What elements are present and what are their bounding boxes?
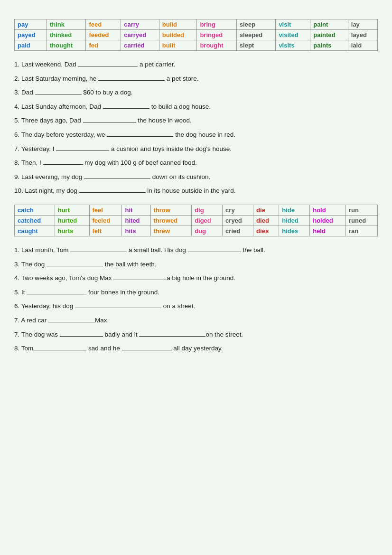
table1-cell: payed	[15, 30, 47, 40]
sentence: 4. Two weeks ago, Tom's dog Max a big ho…	[14, 273, 378, 283]
table1-cell: carried	[121, 40, 159, 51]
answer-blank[interactable]	[78, 60, 138, 66]
sentence: 9. Last evening, my dog down on its cush…	[14, 172, 378, 182]
answer-blank[interactable]	[122, 344, 172, 350]
table2-cell: hited	[122, 215, 150, 226]
table1-cell: carry	[121, 19, 159, 30]
table2-cell: hide	[279, 205, 310, 215]
answer-blank[interactable]	[27, 288, 86, 294]
table2-cell: hold	[310, 205, 346, 215]
sentences-section-2: 1. Last month, Tom a small ball. His dog…	[14, 245, 378, 354]
table1-cell: paid	[15, 40, 47, 51]
table1-cell: visited	[276, 30, 310, 40]
sentence: 5. Three days ago, Dad the house in wood…	[14, 115, 378, 126]
answer-blank[interactable]	[188, 245, 241, 252]
sentence: 7. A red car Max.	[14, 315, 378, 326]
sentence: 4. Last Sunday afternoon, Dad to build a…	[14, 102, 378, 112]
table1-cell: bring	[197, 19, 236, 30]
table2-cell: hits	[122, 226, 150, 236]
table2-cell: catched	[15, 215, 55, 226]
table2-cell: threw	[150, 226, 192, 236]
table2-cell: dug	[192, 226, 223, 236]
table2-cell: feel	[89, 205, 122, 215]
answer-blank[interactable]	[70, 245, 127, 252]
table1-cell: build	[159, 19, 197, 30]
table1-cell: visits	[276, 40, 310, 51]
table2-cell: hurts	[55, 226, 89, 236]
answer-blank[interactable]	[60, 330, 103, 337]
sentence: 8. Tom sad and he all day yesterday.	[14, 343, 378, 354]
table2-cell: cried	[223, 226, 253, 236]
sentence: 8. Then, I my dog with 100 g of beef can…	[14, 158, 378, 168]
answer-blank[interactable]	[48, 316, 95, 322]
sentence: 6. The day before yesterday, we the dog …	[14, 130, 378, 140]
table2-cell: died	[253, 215, 279, 226]
table1-cell: lay	[348, 19, 377, 30]
sentence: 1. Last weekend, Dad a pet carrier.	[14, 59, 378, 70]
table1-cell: thinked	[47, 30, 85, 40]
answer-blank[interactable]	[56, 144, 109, 151]
sentence: 5. It four bones in the ground.	[14, 287, 378, 298]
table2-cell: held	[310, 226, 346, 236]
table1-cell: pay	[15, 19, 47, 30]
table2-cell: dig	[192, 205, 223, 215]
answer-blank[interactable]	[98, 74, 165, 81]
sentence: 2. Last Saturday morning, he a pet store…	[14, 74, 378, 84]
answer-blank[interactable]	[75, 301, 161, 308]
verb-table-1: paythinkfeedcarrybuildbringsleepvisitpai…	[14, 19, 378, 51]
sentence: 7. The dog was badly and it on the stree…	[14, 329, 378, 340]
table2-cell: hides	[279, 226, 310, 236]
sentence: 6. Yesterday, his dog on a street.	[14, 301, 378, 311]
answer-blank[interactable]	[84, 172, 150, 179]
table2-cell: hided	[279, 215, 310, 226]
table1-cell: brought	[197, 40, 236, 51]
answer-blank[interactable]	[113, 273, 167, 280]
answer-blank[interactable]	[79, 186, 146, 193]
answer-blank[interactable]	[107, 130, 173, 137]
sentence: 3. The dog the ball with teeth.	[14, 259, 378, 270]
answer-blank[interactable]	[139, 330, 205, 337]
sentence: 10. Last night, my dog in its house outs…	[14, 186, 378, 196]
table2-cell: hurted	[55, 215, 89, 226]
sentence: 3. Dad $60 to buy a dog.	[14, 87, 378, 98]
table1-cell: feed	[86, 19, 121, 30]
table2-cell: hit	[122, 205, 150, 215]
table1-cell: bringed	[197, 30, 236, 40]
table2-cell: throwed	[150, 215, 192, 226]
sentence: 7. Yesterday, I a cushion and toys insid…	[14, 144, 378, 154]
answer-blank[interactable]	[103, 102, 149, 109]
table2-cell: ran	[345, 226, 377, 236]
table1-cell: carryed	[121, 30, 159, 40]
table1-cell: feeded	[86, 30, 121, 40]
table2-cell: cry	[223, 205, 253, 215]
table1-cell: visit	[276, 19, 310, 30]
sentences-section-1: 1. Last weekend, Dad a pet carrier.2. La…	[14, 59, 378, 196]
table1-cell: sleeped	[236, 30, 276, 40]
sentence: 1. Last month, Tom a small ball. His dog…	[14, 245, 378, 255]
verb-table-2: catchhurtfeelhitthrowdigcrydiehideholdru…	[14, 205, 378, 236]
answer-blank[interactable]	[33, 344, 86, 350]
table2-cell: die	[253, 205, 279, 215]
table2-cell: cryed	[223, 215, 253, 226]
answer-blank[interactable]	[83, 116, 136, 122]
table1-cell: fed	[86, 40, 121, 51]
table2-cell: dies	[253, 226, 279, 236]
table1-cell: paint	[310, 19, 348, 30]
table2-cell: felt	[89, 226, 122, 236]
table2-cell: holded	[310, 215, 346, 226]
table2-cell: caught	[15, 226, 55, 236]
table1-cell: laid	[348, 40, 377, 51]
table1-cell: paints	[310, 40, 348, 51]
table1-cell: built	[159, 40, 197, 51]
table2-cell: runed	[345, 215, 377, 226]
table2-cell: catch	[15, 205, 55, 215]
table1-cell: sleep	[236, 19, 276, 30]
answer-blank[interactable]	[35, 88, 82, 94]
table2-cell: diged	[192, 215, 223, 226]
table2-cell: throw	[150, 205, 192, 215]
answer-blank[interactable]	[47, 260, 103, 266]
table1-cell: thought	[47, 40, 85, 51]
table1-cell: think	[47, 19, 85, 30]
answer-blank[interactable]	[43, 158, 83, 165]
table1-cell: slept	[236, 40, 276, 51]
